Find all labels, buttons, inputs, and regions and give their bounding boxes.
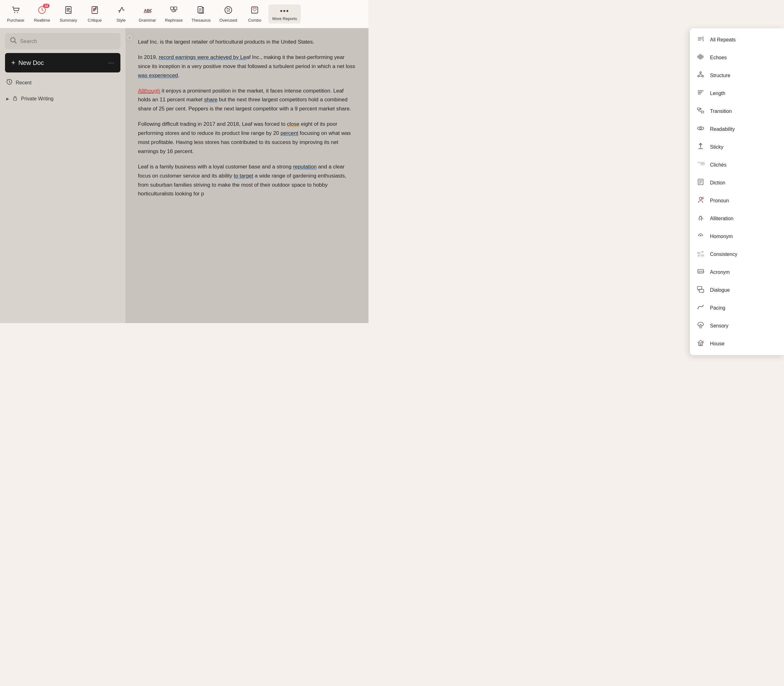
thesaurus-icon [197, 6, 205, 16]
paragraph-3: Allthough it enjoys a prominent position… [138, 87, 356, 114]
highlight-less: less [194, 139, 204, 145]
article-content: Leaf Inc. is the largest retailer of hor… [138, 38, 356, 199]
plus-icon: + [11, 59, 15, 67]
search-input[interactable] [20, 38, 116, 44]
highlight-was-experienced: was experienced [138, 72, 178, 78]
nav-grammar-label: Grammar [139, 18, 156, 23]
more-reports-icon: ••• [280, 7, 289, 15]
purchase-icon [11, 6, 20, 16]
new-doc-label: New Doc [18, 59, 44, 67]
grammar-icon: ABC [143, 6, 152, 16]
svg-rect-6 [171, 7, 173, 10]
nav-more-reports-label: More Reports [272, 16, 297, 21]
nav-critique[interactable]: Critique [82, 3, 107, 25]
lock-icon [12, 95, 18, 102]
nav-style[interactable]: Style [109, 3, 134, 25]
svg-point-0 [15, 12, 15, 13]
collapse-arrow-icon: ▶ [6, 96, 9, 101]
nav-summary[interactable]: Summary [56, 3, 81, 25]
recent-label: Recent [16, 80, 32, 86]
collapse-sidebar-button[interactable]: ‹ [126, 33, 134, 41]
svg-text:ABC: ABC [144, 8, 152, 13]
nav-realtime[interactable]: 14 Realtime [29, 3, 55, 25]
sidebar: + New Doc ⋯ Recent ▶ [0, 28, 126, 323]
nav-purchase[interactable]: Purchase [3, 3, 28, 25]
svg-rect-3 [65, 7, 71, 13]
nav-overused-label: Overused [220, 18, 237, 23]
highlight-close: close [287, 121, 300, 127]
nav-overused[interactable]: Overused [216, 3, 241, 25]
combo-icon [250, 6, 259, 16]
critique-icon [90, 6, 99, 16]
more-options-icon: ⋯ [108, 59, 114, 67]
realtime-badge: 14 [43, 4, 49, 8]
highlight-to-target: to target [234, 173, 253, 179]
nav-purchase-label: Purchase [7, 18, 24, 23]
style-icon [117, 6, 126, 16]
svg-rect-7 [174, 7, 177, 10]
nav-style-label: Style [117, 18, 126, 23]
svg-point-10 [227, 10, 227, 10]
nav-grammar[interactable]: ABC Grammar [135, 3, 160, 25]
paragraph-5: Leaf is a family business with a loyal c… [138, 162, 356, 199]
svg-rect-4 [92, 7, 98, 13]
svg-point-11 [229, 10, 230, 10]
search-icon [10, 37, 17, 46]
nav-summary-label: Summary [60, 18, 77, 23]
private-writing-label: Private Writing [21, 96, 54, 101]
highlight-record-earnings: record earnings were achieved by Le [159, 54, 246, 60]
nav-thesaurus-label: Thesaurus [191, 18, 210, 23]
sidebar-private-writing[interactable]: ▶ Private Writing [5, 93, 121, 105]
highlight-allthough: Allthough [138, 88, 160, 94]
search-bar[interactable] [5, 33, 121, 49]
highlight-share: share [204, 96, 218, 103]
paragraph-1: Leaf Inc. is the largest retailer of hor… [138, 38, 356, 47]
nav-more-reports[interactable]: ••• More Reports [269, 4, 301, 23]
svg-rect-12 [251, 7, 258, 13]
summary-icon [64, 6, 73, 16]
svg-rect-8 [198, 7, 202, 13]
nav-critique-label: Critique [88, 18, 102, 23]
nav-realtime-label: Realtime [34, 18, 50, 23]
top-nav: Purchase 14 Realtime Summary [0, 0, 368, 28]
nav-rephrase[interactable]: Rephrase [161, 3, 186, 25]
svg-rect-15 [13, 98, 16, 100]
rephrase-icon [170, 6, 178, 16]
nav-combo[interactable]: Combo [242, 3, 267, 25]
svg-point-1 [17, 12, 18, 13]
paragraph-4: Following difficult trading in 2017 and … [138, 120, 356, 156]
highlight-reputation: reputation [293, 164, 317, 170]
content-area: ‹ Leaf Inc. is the largest retailer of h… [126, 28, 368, 323]
main-layout: + New Doc ⋯ Recent ▶ [0, 28, 368, 323]
highlight-percent: percent [281, 130, 298, 136]
nav-combo-label: Combo [248, 18, 261, 23]
svg-point-9 [225, 7, 232, 13]
new-doc-button[interactable]: + New Doc ⋯ [5, 53, 121, 72]
recent-icon [6, 79, 13, 87]
nav-rephrase-label: Rephrase [165, 18, 183, 23]
paragraph-2: In 2019, record earnings were achieved b… [138, 53, 356, 80]
realtime-icon: 14 [37, 6, 46, 16]
overused-icon [224, 6, 233, 16]
nav-thesaurus[interactable]: Thesaurus [187, 3, 214, 25]
sidebar-recent[interactable]: Recent [5, 76, 121, 89]
